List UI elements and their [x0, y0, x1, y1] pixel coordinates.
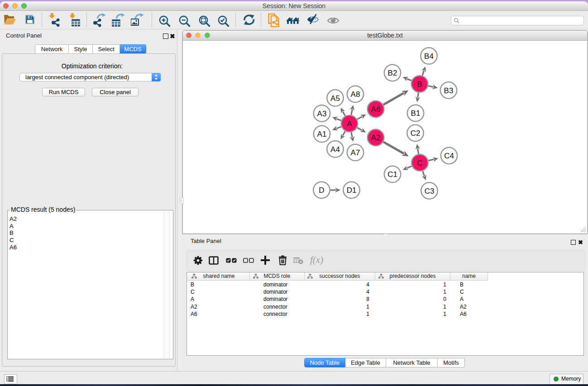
- svg-text:A3: A3: [317, 110, 327, 118]
- svg-text:B4: B4: [424, 52, 434, 61]
- svg-text:C4: C4: [444, 152, 454, 160]
- svg-text:A6: A6: [371, 105, 381, 114]
- svg-text:B3: B3: [444, 86, 454, 95]
- svg-text:A2: A2: [371, 133, 381, 142]
- svg-text:A7: A7: [351, 148, 360, 157]
- svg-text:C: C: [417, 159, 422, 167]
- svg-text:B: B: [417, 80, 422, 89]
- svg-text:C1: C1: [387, 170, 397, 179]
- svg-text:A: A: [347, 119, 352, 128]
- svg-text:B2: B2: [388, 69, 397, 77]
- svg-text:B1: B1: [411, 109, 421, 118]
- svg-text:C3: C3: [425, 187, 435, 195]
- svg-text:A5: A5: [330, 94, 340, 103]
- svg-text:A1: A1: [317, 130, 327, 138]
- svg-text:D: D: [319, 186, 324, 195]
- svg-text:A8: A8: [351, 90, 360, 99]
- svg-text:C2: C2: [411, 129, 421, 138]
- svg-text:A4: A4: [330, 145, 340, 154]
- svg-text:D1: D1: [347, 186, 357, 195]
